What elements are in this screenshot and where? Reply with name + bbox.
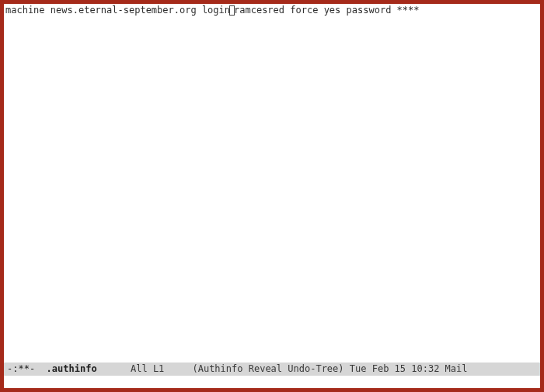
emacs-frame: machine news.eternal-september.org login… [4,4,540,388]
token-keyword: force [290,5,318,16]
token-space [391,5,396,16]
token-space [197,5,202,16]
buffer-name: .authinfo [47,363,97,374]
token-host: news.eternal-september.org [51,5,197,16]
buffer-area[interactable]: machine news.eternal-september.org login… [4,4,540,363]
time-display: Tue Feb 15 10:32 [350,363,440,374]
token-value: yes [324,5,341,16]
token-space [340,5,346,16]
line-number: L1 [153,363,164,374]
token-password-masked: **** [397,5,420,16]
buffer-position: All [131,363,148,374]
modified-indicator: -:**- [7,363,35,374]
mode-line[interactable]: -:**- .authinfo All L1 (Authinfo Reveal … [4,363,540,376]
minibuffer[interactable] [4,376,540,388]
token-keyword: machine [5,5,45,16]
mail-indicator: Mail [445,363,468,374]
token-keyword: login [202,5,230,16]
token-user: ramcesred [234,5,284,16]
token-space [45,5,51,16]
mode-indicators: (Authinfo Reveal Undo-Tree) [192,363,343,374]
token-keyword: password [347,5,392,16]
token-space [318,5,323,16]
